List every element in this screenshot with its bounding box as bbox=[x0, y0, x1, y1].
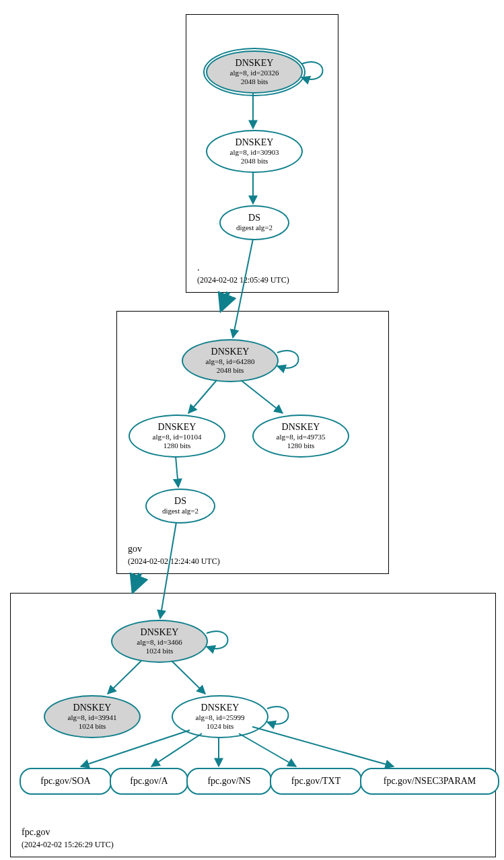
node-sub: alg=8, id=39941 bbox=[68, 713, 117, 722]
rr-ns: fpc.gov/NS bbox=[186, 768, 272, 795]
node-title: DNSKEY bbox=[201, 703, 240, 713]
node-sub: 1024 bits bbox=[207, 722, 234, 731]
rr-soa: fpc.gov/SOA bbox=[20, 768, 112, 795]
node-title: DNSKEY bbox=[141, 627, 179, 638]
node-sub: digest alg=2 bbox=[236, 223, 273, 232]
node-sub: 1280 bits bbox=[287, 441, 315, 450]
zone-root-label: . bbox=[197, 262, 200, 273]
node-sub: 2048 bits bbox=[241, 77, 268, 86]
node-sub: alg=8, id=64280 bbox=[206, 357, 255, 366]
fpc-zsk-dnskey: DNSKEY alg=8, id=25999 1024 bits bbox=[172, 695, 268, 738]
fpc-sep-dnskey: DNSKEY alg=8, id=39941 1024 bits bbox=[44, 695, 141, 738]
node-sub: alg=8, id=3466 bbox=[137, 638, 182, 647]
rr-nsec3: fpc.gov/NSEC3PARAM bbox=[360, 768, 499, 795]
gov-ksk-dnskey: DNSKEY alg=8, id=64280 2048 bits bbox=[182, 339, 279, 382]
node-sub: 1024 bits bbox=[146, 647, 174, 655]
zone-gov-label: gov bbox=[128, 544, 142, 554]
node-sub: digest alg=2 bbox=[162, 507, 199, 515]
gov-ds: DS digest alg=2 bbox=[145, 489, 215, 524]
node-title: DS bbox=[248, 213, 260, 223]
root-ksk-dnskey: DNSKEY alg=8, id=20326 2048 bits bbox=[206, 50, 303, 94]
rr-txt: fpc.gov/TXT bbox=[270, 768, 362, 795]
node-sub: alg=8, id=49735 bbox=[277, 433, 326, 441]
zone-root-timestamp: (2024-02-02 12:05:49 UTC) bbox=[197, 275, 289, 285]
fpc-ksk-dnskey: DNSKEY alg=8, id=3466 1024 bits bbox=[111, 620, 208, 663]
node-sub: alg=8, id=25999 bbox=[196, 713, 245, 722]
node-sub: 1024 bits bbox=[79, 722, 106, 731]
root-zsk-dnskey: DNSKEY alg=8, id=30903 2048 bits bbox=[206, 130, 303, 173]
node-title: DNSKEY bbox=[236, 58, 274, 69]
node-sub: 1280 bits bbox=[164, 441, 191, 450]
root-ds: DS digest alg=2 bbox=[219, 205, 289, 240]
zone-gov-timestamp: (2024-02-02 12:24:40 UTC) bbox=[128, 557, 220, 567]
node-title: DNSKEY bbox=[73, 703, 112, 713]
rr-a: fpc.gov/A bbox=[110, 768, 188, 795]
node-sub: alg=8, id=10104 bbox=[153, 433, 202, 441]
node-sub: 2048 bits bbox=[241, 157, 268, 166]
node-title: DNSKEY bbox=[211, 347, 250, 357]
gov-zsk2-dnskey: DNSKEY alg=8, id=49735 1280 bits bbox=[252, 415, 349, 458]
node-sub: alg=8, id=20326 bbox=[230, 69, 279, 77]
gov-zsk1-dnskey: DNSKEY alg=8, id=10104 1280 bits bbox=[129, 415, 225, 458]
node-title: DS bbox=[174, 496, 186, 507]
node-sub: 2048 bits bbox=[217, 366, 244, 375]
zone-fpc-timestamp: (2024-02-02 15:26:29 UTC) bbox=[22, 840, 114, 850]
node-title: DNSKEY bbox=[282, 422, 320, 433]
zone-fpc-label: fpc.gov bbox=[22, 827, 50, 838]
node-sub: alg=8, id=30903 bbox=[230, 148, 279, 157]
node-title: DNSKEY bbox=[236, 137, 274, 148]
node-title: DNSKEY bbox=[158, 422, 196, 433]
